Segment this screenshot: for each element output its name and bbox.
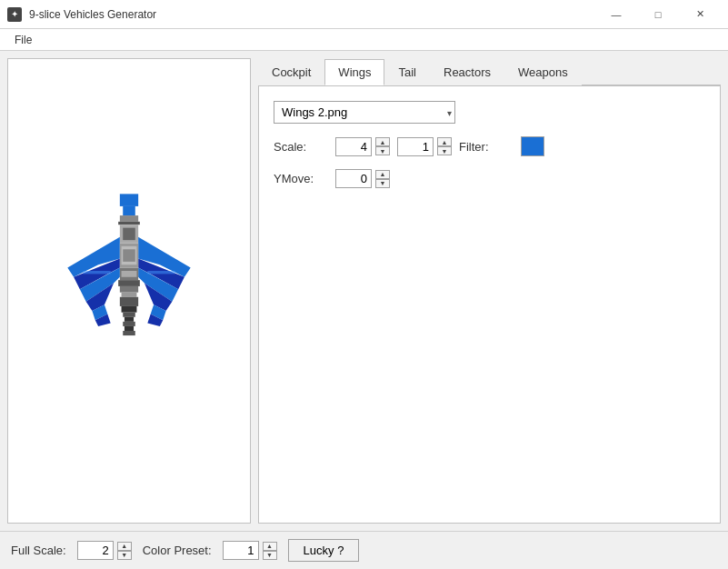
filter-label: Filter:: [459, 140, 514, 154]
color-preset-spinner-buttons: ▲ ▼: [263, 542, 277, 560]
ymove-down-button[interactable]: ▼: [375, 179, 390, 188]
scale-row: Scale: ▲ ▼ ▲ ▼ Filter:: [274, 136, 705, 156]
color-preset-spinner: ▲ ▼: [223, 541, 277, 560]
tab-tail[interactable]: Tail: [384, 59, 430, 85]
scale-spinner-1-buttons: ▲ ▼: [375, 137, 390, 155]
svg-rect-27: [122, 306, 137, 313]
scale-1-up-button[interactable]: ▲: [375, 137, 390, 146]
window-title: 9-slice Vehicles Generator: [29, 8, 156, 21]
full-scale-up-button[interactable]: ▲: [117, 542, 132, 551]
svg-rect-29: [125, 317, 134, 322]
svg-rect-22: [122, 271, 137, 277]
svg-rect-33: [83, 271, 110, 274]
svg-rect-25: [122, 293, 137, 297]
svg-rect-3: [118, 222, 140, 225]
svg-rect-28: [123, 313, 135, 317]
scale-spinner-2: ▲ ▼: [397, 137, 452, 156]
ymove-row: YMove: ▲ ▼: [274, 169, 705, 188]
wings-dropdown-container: Wings 1.png Wings 2.png Wings 3.png ▾: [274, 101, 455, 124]
color-preset-up-button[interactable]: ▲: [263, 542, 277, 551]
tab-wings[interactable]: Wings: [324, 59, 384, 85]
svg-rect-32: [123, 331, 135, 335]
menu-bar: File: [0, 29, 728, 51]
lucky-button[interactable]: Lucky ?: [288, 539, 360, 562]
menu-file[interactable]: File: [7, 32, 39, 48]
title-bar-left: ✦ 9-slice Vehicles Generator: [7, 7, 156, 22]
filter-color-swatch[interactable]: [521, 136, 544, 156]
svg-rect-20: [123, 249, 135, 262]
ymove-label: YMove:: [274, 172, 328, 185]
scale-value-1[interactable]: [335, 137, 372, 156]
full-scale-down-button[interactable]: ▼: [117, 551, 132, 560]
ymove-spinner-buttons: ▲ ▼: [375, 170, 390, 188]
scale-value-2[interactable]: [397, 137, 434, 156]
ymove-up-button[interactable]: ▲: [375, 170, 390, 179]
scale-spinner-1: ▲ ▼: [335, 137, 390, 156]
tab-weapons[interactable]: Weapons: [504, 59, 582, 85]
svg-rect-0: [120, 194, 138, 206]
tab-reactors[interactable]: Reactors: [430, 59, 504, 85]
ymove-spinner: ▲ ▼: [335, 169, 390, 188]
color-preset-down-button[interactable]: ▼: [263, 551, 277, 560]
wings-dropdown[interactable]: Wings 1.png Wings 2.png Wings 3.png: [274, 101, 455, 124]
dropdown-row: Wings 1.png Wings 2.png Wings 3.png ▾: [274, 101, 705, 124]
tab-cockpit[interactable]: Cockpit: [258, 59, 324, 85]
ymove-value[interactable]: [335, 169, 372, 188]
scale-2-down-button[interactable]: ▼: [437, 146, 452, 155]
spaceship-preview: [47, 191, 211, 391]
minimize-button[interactable]: —: [595, 0, 637, 29]
scale-spinner-2-buttons: ▲ ▼: [437, 137, 452, 155]
full-scale-spinner: ▲ ▼: [77, 541, 132, 560]
svg-rect-24: [120, 286, 138, 293]
svg-rect-1: [123, 206, 135, 215]
svg-rect-2: [120, 215, 138, 222]
window-controls: — □ ✕: [595, 0, 721, 29]
title-bar: ✦ 9-slice Vehicles Generator — □ ✕: [0, 0, 728, 29]
svg-rect-23: [118, 280, 140, 286]
app-icon: ✦: [7, 7, 22, 22]
wings-tab-content: Wings 1.png Wings 2.png Wings 3.png ▾ Sc…: [258, 85, 721, 524]
scale-1-down-button[interactable]: ▼: [375, 146, 390, 155]
scale-2-up-button[interactable]: ▲: [437, 137, 452, 146]
bottom-bar: Full Scale: ▲ ▼ Color Preset: ▲ ▼ Lucky …: [0, 531, 728, 569]
right-panel: Cockpit Wings Tail Reactors Weapons Wing…: [258, 58, 721, 524]
full-scale-spinner-buttons: ▲ ▼: [117, 542, 132, 560]
close-button[interactable]: ✕: [679, 0, 721, 29]
full-scale-value[interactable]: [77, 541, 114, 560]
tabs-container: Cockpit Wings Tail Reactors Weapons: [258, 58, 721, 85]
preview-panel: [7, 58, 251, 524]
full-scale-label: Full Scale:: [11, 544, 66, 557]
svg-rect-5: [123, 228, 135, 241]
svg-rect-34: [147, 271, 175, 274]
svg-rect-30: [123, 322, 135, 326]
color-preset-value[interactable]: [223, 541, 259, 560]
scale-label: Scale:: [274, 140, 328, 154]
maximize-button[interactable]: □: [637, 0, 679, 29]
svg-rect-26: [120, 297, 138, 306]
color-preset-label: Color Preset:: [143, 544, 212, 557]
main-content: Cockpit Wings Tail Reactors Weapons Wing…: [0, 51, 728, 531]
svg-rect-31: [125, 326, 134, 331]
